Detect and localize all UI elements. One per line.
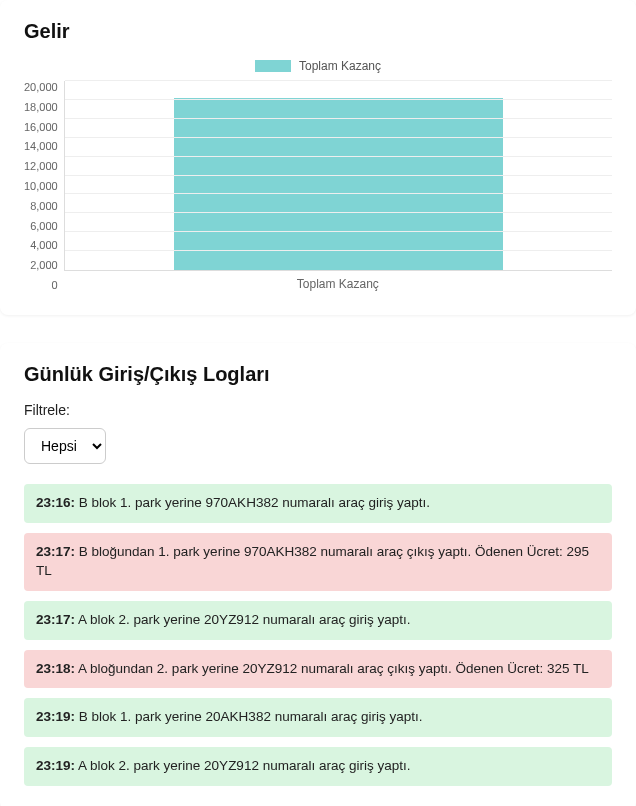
log-time: 23:17: <box>36 544 75 559</box>
y-tick-label: 12,000 <box>24 160 58 172</box>
plot-column: Toplam Kazanç <box>64 81 612 291</box>
grid-line <box>65 175 612 176</box>
legend-swatch-icon <box>255 60 291 72</box>
grid-line <box>65 193 612 194</box>
y-tick-label: 8,000 <box>30 200 58 212</box>
y-tick-label: 2,000 <box>30 259 58 271</box>
log-text: B blok 1. park yerine 20AKH382 numaralı … <box>75 709 422 724</box>
grid-line <box>65 156 612 157</box>
chart: Toplam Kazanç 20,00018,00016,00014,00012… <box>24 59 612 291</box>
bar-total <box>174 98 502 270</box>
log-text: B blok 1. park yerine 970AKH382 numaralı… <box>75 495 430 510</box>
grid-line <box>65 137 612 138</box>
filter-label: Filtrele: <box>24 402 612 418</box>
grid-line <box>65 250 612 251</box>
y-tick-label: 16,000 <box>24 121 58 133</box>
log-row: 23:17: A blok 2. park yerine 20YZ912 num… <box>24 601 612 640</box>
x-axis-category-label: Toplam Kazanç <box>64 277 612 291</box>
chart-legend: Toplam Kazanç <box>24 59 612 73</box>
grid-line <box>65 118 612 119</box>
grid-line <box>65 99 612 100</box>
logs-card: Günlük Giriş/Çıkış Logları Filtrele: Hep… <box>0 343 636 806</box>
log-row: 23:19: B blok 1. park yerine 20AKH382 nu… <box>24 698 612 737</box>
y-tick-label: 6,000 <box>30 220 58 232</box>
log-text: B bloğundan 1. park yerine 970AKH382 num… <box>36 544 589 578</box>
y-tick-label: 0 <box>52 279 58 291</box>
chart-body: 20,00018,00016,00014,00012,00010,0008,00… <box>24 81 612 291</box>
log-time: 23:19: <box>36 709 75 724</box>
log-text: A bloğundan 2. park yerine 20YZ912 numar… <box>75 661 589 676</box>
log-row: 23:18: A bloğundan 2. park yerine 20YZ91… <box>24 650 612 689</box>
log-time: 23:19: <box>36 758 75 773</box>
grid-line <box>65 212 612 213</box>
grid-line <box>65 80 612 81</box>
logs-title: Günlük Giriş/Çıkış Logları <box>24 363 612 386</box>
log-text: A blok 2. park yerine 20YZ912 numaralı a… <box>75 758 410 773</box>
y-axis: 20,00018,00016,00014,00012,00010,0008,00… <box>24 81 64 291</box>
grid-line <box>65 231 612 232</box>
log-text: A blok 2. park yerine 20YZ912 numaralı a… <box>75 612 410 627</box>
income-card: Gelir Toplam Kazanç 20,00018,00016,00014… <box>0 0 636 315</box>
log-list: 23:16: B blok 1. park yerine 970AKH382 n… <box>24 484 612 786</box>
filter-select[interactable]: Hepsi <box>24 428 106 464</box>
y-tick-label: 14,000 <box>24 140 58 152</box>
y-tick-label: 18,000 <box>24 101 58 113</box>
plot-area <box>64 81 612 271</box>
log-time: 23:17: <box>36 612 75 627</box>
log-time: 23:16: <box>36 495 75 510</box>
log-row: 23:16: B blok 1. park yerine 970AKH382 n… <box>24 484 612 523</box>
log-row: 23:19: A blok 2. park yerine 20YZ912 num… <box>24 747 612 786</box>
y-tick-label: 4,000 <box>30 239 58 251</box>
log-time: 23:18: <box>36 661 75 676</box>
income-title: Gelir <box>24 20 612 43</box>
legend-label: Toplam Kazanç <box>299 59 381 73</box>
y-tick-label: 10,000 <box>24 180 58 192</box>
y-tick-label: 20,000 <box>24 81 58 93</box>
log-row: 23:17: B bloğundan 1. park yerine 970AKH… <box>24 533 612 591</box>
